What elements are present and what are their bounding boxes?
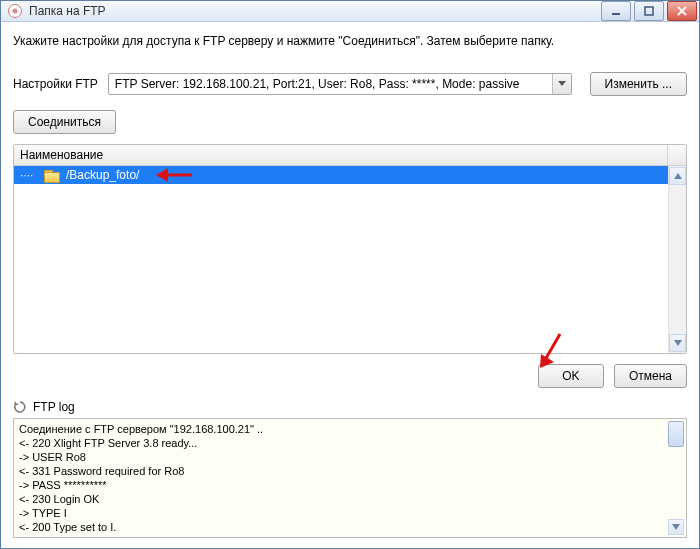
dialog-buttons: OK Отмена [13, 364, 687, 388]
svg-point-1 [13, 9, 18, 14]
window-buttons [601, 1, 697, 21]
app-icon [7, 3, 23, 19]
connect-row: Соединиться [13, 110, 687, 134]
ok-button[interactable]: OK [538, 364, 604, 388]
log-title: FTP log [33, 400, 75, 414]
svg-rect-3 [645, 7, 653, 15]
log-line: <- 220 Xlight FTP Server 3.8 ready... [19, 436, 686, 450]
maximize-button[interactable] [634, 1, 664, 21]
log-line: <- 230 Login OK [19, 492, 686, 506]
grid-header[interactable]: Наименование [14, 145, 686, 166]
client-area: Укажите настройки для доступа к FTP серв… [1, 22, 699, 548]
log-scroll-down-icon[interactable] [668, 519, 684, 535]
edit-button[interactable]: Изменить ... [590, 72, 687, 96]
ftp-log[interactable]: Соединение с FTP сервером "192.168.100.2… [13, 418, 687, 538]
scroll-up-icon[interactable] [669, 167, 686, 185]
folder-path: /Backup_foto/ [66, 168, 139, 182]
grid-scrollbar[interactable] [668, 166, 686, 353]
window-title: Папка на FTP [29, 4, 601, 18]
grid-header-scroll-spacer [667, 145, 686, 165]
chevron-down-icon [552, 74, 571, 94]
connect-button[interactable]: Соединиться [13, 110, 116, 134]
cancel-button[interactable]: Отмена [614, 364, 687, 388]
log-line: -> PASS ********** [19, 478, 686, 492]
ftp-settings-value: FTP Server: 192.168.100.21, Port:21, Use… [115, 77, 552, 91]
close-button[interactable] [667, 1, 697, 21]
grid-header-label: Наименование [20, 148, 103, 162]
folder-row[interactable]: ···· /Backup_foto/ [14, 166, 686, 184]
svg-rect-2 [612, 13, 620, 15]
log-line: -> USER Ro8 [19, 450, 686, 464]
log-line: -> TYPE I [19, 506, 686, 520]
folder-grid: Наименование ···· /Backup_foto/ [13, 144, 687, 354]
settings-row: Настройки FTP FTP Server: 192.168.100.21… [13, 72, 687, 96]
folder-icon [44, 168, 60, 182]
log-line: Соединение с FTP сервером "192.168.100.2… [19, 422, 686, 436]
log-line: <- 200 Type set to I. [19, 520, 686, 534]
log-header: FTP log [13, 400, 687, 414]
settings-label: Настройки FTP [13, 77, 98, 91]
reload-icon[interactable] [13, 400, 27, 414]
minimize-button[interactable] [601, 1, 631, 21]
log-scroll-thumb[interactable] [668, 421, 684, 447]
ftp-settings-combo[interactable]: FTP Server: 192.168.100.21, Port:21, Use… [108, 73, 572, 95]
titlebar: Папка на FTP [1, 1, 699, 22]
grid-body[interactable]: ···· /Backup_foto/ [14, 166, 686, 353]
instruction-text: Укажите настройки для доступа к FTP серв… [13, 34, 687, 48]
tree-line-icon: ···· [20, 168, 44, 182]
scroll-down-icon[interactable] [669, 334, 686, 352]
window-root: Папка на FTP Укажите настройки для досту… [0, 0, 700, 549]
log-line: <- 331 Password required for Ro8 [19, 464, 686, 478]
